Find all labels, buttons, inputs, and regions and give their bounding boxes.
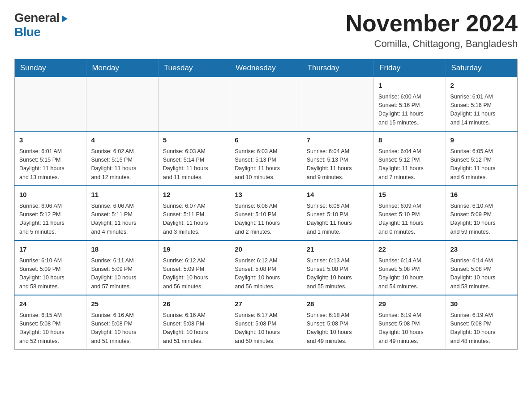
calendar-cell: 29Sunrise: 6:19 AMSunset: 5:08 PMDayligh… <box>374 295 446 350</box>
day-number: 4 <box>91 135 153 146</box>
day-number: 12 <box>163 190 225 200</box>
day-info: Sunrise: 6:07 AMSunset: 5:11 PMDaylight:… <box>163 202 225 237</box>
day-number: 2 <box>450 81 513 91</box>
calendar-cell: 23Sunrise: 6:14 AMSunset: 5:08 PMDayligh… <box>446 240 517 295</box>
weekday-header-tuesday: Tuesday <box>158 59 230 77</box>
calendar-cell: 15Sunrise: 6:09 AMSunset: 5:10 PMDayligh… <box>374 186 446 240</box>
day-info: Sunrise: 6:16 AMSunset: 5:08 PMDaylight:… <box>163 311 225 346</box>
calendar-cell <box>230 77 302 131</box>
day-number: 22 <box>378 244 441 255</box>
week-row-5: 24Sunrise: 6:15 AMSunset: 5:08 PMDayligh… <box>15 295 518 350</box>
day-info: Sunrise: 6:10 AMSunset: 5:09 PMDaylight:… <box>450 202 513 237</box>
logo: General Blue <box>14 11 68 39</box>
calendar-table: SundayMondayTuesdayWednesdayThursdayFrid… <box>14 59 518 350</box>
day-number: 24 <box>19 299 82 309</box>
day-info: Sunrise: 6:09 AMSunset: 5:10 PMDaylight:… <box>378 202 441 237</box>
calendar-cell <box>302 77 373 131</box>
calendar-cell: 12Sunrise: 6:07 AMSunset: 5:11 PMDayligh… <box>158 186 230 240</box>
calendar-cell: 27Sunrise: 6:17 AMSunset: 5:08 PMDayligh… <box>230 295 302 350</box>
day-number: 28 <box>307 299 369 309</box>
calendar-cell: 4Sunrise: 6:02 AMSunset: 5:15 PMDaylight… <box>86 131 158 186</box>
day-info: Sunrise: 6:01 AMSunset: 5:15 PMDaylight:… <box>19 147 82 182</box>
day-number: 19 <box>163 244 225 255</box>
day-info: Sunrise: 6:03 AMSunset: 5:13 PMDaylight:… <box>235 147 297 182</box>
day-info: Sunrise: 6:17 AMSunset: 5:08 PMDaylight:… <box>235 311 297 346</box>
day-number: 1 <box>378 81 441 91</box>
day-info: Sunrise: 6:19 AMSunset: 5:08 PMDaylight:… <box>450 311 513 346</box>
logo-general-text: General <box>14 11 60 25</box>
calendar-cell: 14Sunrise: 6:08 AMSunset: 5:10 PMDayligh… <box>302 186 373 240</box>
day-info: Sunrise: 6:11 AMSunset: 5:09 PMDaylight:… <box>91 257 153 291</box>
day-info: Sunrise: 6:18 AMSunset: 5:08 PMDaylight:… <box>307 311 369 346</box>
day-number: 29 <box>378 299 441 309</box>
weekday-header-sunday: Sunday <box>15 59 86 77</box>
calendar-cell: 3Sunrise: 6:01 AMSunset: 5:15 PMDaylight… <box>15 131 86 186</box>
day-info: Sunrise: 6:12 AMSunset: 5:08 PMDaylight:… <box>235 257 297 291</box>
day-info: Sunrise: 6:14 AMSunset: 5:08 PMDaylight:… <box>450 257 513 291</box>
logo-blue-text: Blue <box>14 25 41 39</box>
weekday-header-friday: Friday <box>374 59 446 77</box>
day-number: 13 <box>235 190 297 200</box>
week-row-3: 10Sunrise: 6:06 AMSunset: 5:12 PMDayligh… <box>15 186 518 240</box>
day-number: 21 <box>307 244 369 255</box>
calendar-cell: 20Sunrise: 6:12 AMSunset: 5:08 PMDayligh… <box>230 240 302 295</box>
day-number: 30 <box>450 299 513 309</box>
weekday-header-monday: Monday <box>86 59 158 77</box>
day-info: Sunrise: 6:19 AMSunset: 5:08 PMDaylight:… <box>378 311 441 346</box>
day-number: 10 <box>19 190 82 200</box>
day-info: Sunrise: 6:05 AMSunset: 5:12 PMDaylight:… <box>450 147 513 182</box>
calendar-cell: 7Sunrise: 6:04 AMSunset: 5:13 PMDaylight… <box>302 131 373 186</box>
day-info: Sunrise: 6:14 AMSunset: 5:08 PMDaylight:… <box>378 257 441 291</box>
day-number: 18 <box>91 244 153 255</box>
day-info: Sunrise: 6:03 AMSunset: 5:14 PMDaylight:… <box>163 147 225 182</box>
day-number: 11 <box>91 190 153 200</box>
day-number: 27 <box>235 299 297 309</box>
day-number: 23 <box>450 244 513 255</box>
day-number: 8 <box>378 135 441 146</box>
calendar-cell: 30Sunrise: 6:19 AMSunset: 5:08 PMDayligh… <box>446 295 517 350</box>
day-number: 6 <box>235 135 297 146</box>
day-number: 16 <box>450 190 513 200</box>
day-info: Sunrise: 6:01 AMSunset: 5:16 PMDaylight:… <box>450 93 513 128</box>
calendar-cell: 2Sunrise: 6:01 AMSunset: 5:16 PMDaylight… <box>446 77 517 131</box>
calendar-cell: 17Sunrise: 6:10 AMSunset: 5:09 PMDayligh… <box>15 240 86 295</box>
day-info: Sunrise: 6:08 AMSunset: 5:10 PMDaylight:… <box>307 202 369 237</box>
calendar-cell: 25Sunrise: 6:16 AMSunset: 5:08 PMDayligh… <box>86 295 158 350</box>
day-info: Sunrise: 6:10 AMSunset: 5:09 PMDaylight:… <box>19 257 82 291</box>
calendar-cell: 26Sunrise: 6:16 AMSunset: 5:08 PMDayligh… <box>158 295 230 350</box>
day-number: 15 <box>378 190 441 200</box>
weekday-header-thursday: Thursday <box>302 59 373 77</box>
logo-triangle-icon <box>62 15 68 22</box>
day-info: Sunrise: 6:00 AMSunset: 5:16 PMDaylight:… <box>378 93 441 128</box>
calendar-cell: 21Sunrise: 6:13 AMSunset: 5:08 PMDayligh… <box>302 240 373 295</box>
day-number: 17 <box>19 244 82 255</box>
day-number: 20 <box>235 244 297 255</box>
location-title: Comilla, Chittagong, Bangladesh <box>346 38 518 50</box>
month-title: November 2024 <box>346 11 518 36</box>
weekday-header-saturday: Saturday <box>446 59 517 77</box>
day-info: Sunrise: 6:08 AMSunset: 5:10 PMDaylight:… <box>235 202 297 237</box>
day-info: Sunrise: 6:16 AMSunset: 5:08 PMDaylight:… <box>91 311 153 346</box>
calendar-cell: 24Sunrise: 6:15 AMSunset: 5:08 PMDayligh… <box>15 295 86 350</box>
day-number: 7 <box>307 135 369 146</box>
day-info: Sunrise: 6:04 AMSunset: 5:12 PMDaylight:… <box>378 147 441 182</box>
day-info: Sunrise: 6:04 AMSunset: 5:13 PMDaylight:… <box>307 147 369 182</box>
week-row-1: 1Sunrise: 6:00 AMSunset: 5:16 PMDaylight… <box>15 77 518 131</box>
day-info: Sunrise: 6:15 AMSunset: 5:08 PMDaylight:… <box>19 311 82 346</box>
header-area: General Blue November 2024 Comilla, Chit… <box>14 11 518 50</box>
calendar-cell: 22Sunrise: 6:14 AMSunset: 5:08 PMDayligh… <box>374 240 446 295</box>
calendar-cell <box>86 77 158 131</box>
day-number: 26 <box>163 299 225 309</box>
calendar-cell: 1Sunrise: 6:00 AMSunset: 5:16 PMDaylight… <box>374 77 446 131</box>
day-number: 9 <box>450 135 513 146</box>
calendar-cell: 13Sunrise: 6:08 AMSunset: 5:10 PMDayligh… <box>230 186 302 240</box>
day-number: 14 <box>307 190 369 200</box>
calendar-cell: 28Sunrise: 6:18 AMSunset: 5:08 PMDayligh… <box>302 295 373 350</box>
calendar-cell: 6Sunrise: 6:03 AMSunset: 5:13 PMDaylight… <box>230 131 302 186</box>
day-info: Sunrise: 6:06 AMSunset: 5:12 PMDaylight:… <box>19 202 82 237</box>
calendar-cell: 9Sunrise: 6:05 AMSunset: 5:12 PMDaylight… <box>446 131 517 186</box>
calendar-cell <box>158 77 230 131</box>
week-row-2: 3Sunrise: 6:01 AMSunset: 5:15 PMDaylight… <box>15 131 518 186</box>
title-area: November 2024 Comilla, Chittagong, Bangl… <box>346 11 518 50</box>
day-number: 25 <box>91 299 153 309</box>
